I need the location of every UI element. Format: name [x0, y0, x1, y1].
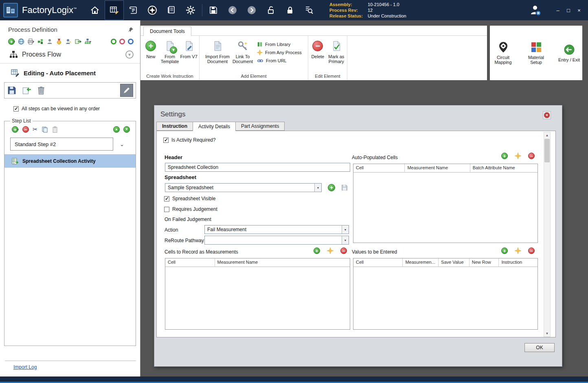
edit-auto-cell-button[interactable] — [515, 153, 521, 159]
column-header[interactable]: Measuremen... — [403, 258, 439, 267]
reviewer-button[interactable] — [65, 38, 72, 45]
record-red-button[interactable] — [119, 39, 125, 44]
view-order-checkbox[interactable] — [13, 106, 19, 112]
remove-step-button[interactable]: − — [22, 126, 29, 133]
remove-auto-cell-button[interactable]: − — [528, 153, 535, 159]
column-header[interactable]: Cell — [165, 258, 215, 267]
column-header[interactable]: Cell — [353, 164, 405, 172]
lock-button[interactable] — [281, 0, 300, 20]
column-header[interactable]: Measurement Name — [215, 258, 350, 267]
save-button[interactable] — [204, 0, 223, 20]
entry-exit-button[interactable]: Entry / Exit — [556, 44, 582, 62]
activity-list-item-selected[interactable]: Spreadsheet Collection Activity — [4, 154, 136, 168]
import-step-button[interactable] — [22, 85, 31, 95]
delete-element-button[interactable]: − Delete — [309, 38, 326, 64]
ok-button[interactable]: OK — [524, 343, 555, 352]
from-v7-button[interactable]: From V7 — [180, 38, 198, 64]
from-any-process-button[interactable]: From Any Process — [257, 50, 302, 55]
cells-to-record-table[interactable]: Cell Measurement Name — [165, 258, 350, 330]
action-select[interactable]: Fail Measurement ▾ — [204, 225, 349, 234]
process-flow-header[interactable]: Process Flow ▼ — [0, 45, 140, 62]
add-value-button[interactable]: + — [501, 247, 508, 254]
save-step-button[interactable] — [7, 85, 17, 95]
home-button[interactable] — [86, 0, 105, 20]
process-tree-button[interactable] — [37, 38, 44, 45]
redo-button[interactable] — [242, 0, 261, 20]
audit-search-button[interactable] — [300, 0, 319, 20]
tab-instruction[interactable]: Instruction — [156, 122, 193, 131]
add-spreadsheet-button[interactable]: + — [328, 184, 335, 191]
column-header[interactable]: Save Value — [439, 258, 470, 267]
add-step-button[interactable]: +▾ — [12, 126, 19, 133]
process-definition-button[interactable] — [105, 0, 124, 20]
spreadsheet-select[interactable]: Sample Spreadsheet ▾ — [165, 183, 322, 192]
unlock-button[interactable] — [261, 0, 281, 20]
minimize-button[interactable]: – — [554, 7, 562, 13]
record-blue-button[interactable] — [128, 39, 134, 44]
vertical-scrollbar[interactable]: ▲ ▼ — [544, 132, 551, 337]
from-library-button[interactable]: From Library — [257, 42, 302, 47]
settings-button[interactable] — [181, 0, 200, 20]
cut-button[interactable]: ✂ — [33, 126, 38, 133]
import-from-document-button[interactable]: Import From Document — [204, 38, 231, 64]
new-instruction-button[interactable]: + New — [142, 38, 160, 64]
requires-judgement-checkbox[interactable] — [164, 207, 169, 212]
spreadsheet-visible-checkbox[interactable] — [164, 196, 169, 201]
copy-button[interactable] — [42, 126, 48, 133]
maximize-button[interactable]: □ — [564, 7, 573, 13]
add-record-cell-button[interactable]: + — [314, 247, 320, 254]
web-button[interactable] — [18, 38, 24, 45]
activity-required-checkbox[interactable] — [163, 138, 169, 143]
link-to-document-button[interactable]: Link To Document — [232, 38, 254, 64]
delete-step-button[interactable] — [36, 85, 46, 95]
user-logout-button[interactable] — [528, 0, 543, 20]
step-selector-expander[interactable]: ⌄ — [120, 141, 124, 147]
documents-button[interactable] — [162, 0, 181, 20]
column-header[interactable]: Instruction — [499, 258, 538, 267]
operator-button[interactable] — [46, 38, 53, 45]
export-button[interactable]: ▾ — [75, 38, 81, 45]
tree-view-button[interactable]: ▾ — [84, 38, 91, 45]
undo-button[interactable] — [223, 0, 242, 20]
navigation-button[interactable] — [143, 0, 162, 20]
circuit-mapping-button[interactable]: Circuit Mapping — [490, 41, 516, 65]
save-spreadsheet-button[interactable] — [341, 184, 348, 191]
pin-button[interactable] — [128, 27, 134, 33]
add-process-button[interactable]: +▾ — [8, 38, 15, 45]
column-header[interactable]: New Row — [470, 258, 499, 267]
values-to-enter-table[interactable]: Cell Measuremen... Save Value New Row In… — [353, 258, 538, 330]
mark-as-primary-button[interactable]: Mark as Primary — [327, 38, 346, 64]
auto-populated-cells-table[interactable]: Cell Measurement Name Batch Attribute Na… — [353, 164, 538, 243]
edit-value-button[interactable] — [515, 247, 521, 254]
step-selector[interactable]: Standard Step #2 — [10, 138, 113, 151]
tab-activity-details[interactable]: Activity Details — [193, 122, 236, 131]
reroute-pathway-select[interactable]: ▾ — [204, 236, 349, 245]
paste-button[interactable] — [52, 126, 58, 133]
collapse-button[interactable]: ▼ — [125, 50, 134, 59]
import-log-link[interactable]: Import Log — [13, 364, 37, 370]
dialog-close-button[interactable]: ✕ — [543, 111, 551, 119]
scroll-down-button[interactable]: ▼ — [544, 330, 550, 337]
document-tools-tab[interactable]: Document Tools — [143, 26, 191, 36]
column-header[interactable]: Batch Attribute Name — [470, 164, 538, 172]
close-button[interactable]: × — [575, 7, 583, 13]
move-step-down-button[interactable]: ▼ — [123, 126, 130, 133]
from-url-button[interactable]: From URL — [257, 58, 302, 63]
edit-instruction-button[interactable] — [120, 84, 133, 97]
from-template-button[interactable]: ▼ From Template — [161, 38, 179, 64]
certification-button[interactable] — [56, 38, 62, 45]
header-input[interactable] — [165, 163, 350, 172]
record-green-button[interactable] — [111, 39, 116, 44]
remove-record-cell-button[interactable]: − — [340, 247, 347, 254]
add-auto-cell-button[interactable]: + — [501, 153, 508, 159]
scrollbar-thumb[interactable] — [544, 139, 550, 162]
material-setup-button[interactable]: Material Setup — [523, 41, 549, 65]
column-header[interactable]: Cell — [353, 258, 403, 267]
remove-value-button[interactable]: − — [528, 247, 535, 254]
move-step-up-button[interactable]: ▲ — [113, 126, 120, 133]
tab-part-assignments[interactable]: Part Assignments — [235, 122, 285, 131]
print-button[interactable]: ▾ — [27, 38, 34, 45]
column-header[interactable]: Measurement Name — [405, 164, 470, 172]
scroll-up-button[interactable]: ▲ — [544, 132, 550, 138]
production-button[interactable] — [124, 0, 143, 20]
